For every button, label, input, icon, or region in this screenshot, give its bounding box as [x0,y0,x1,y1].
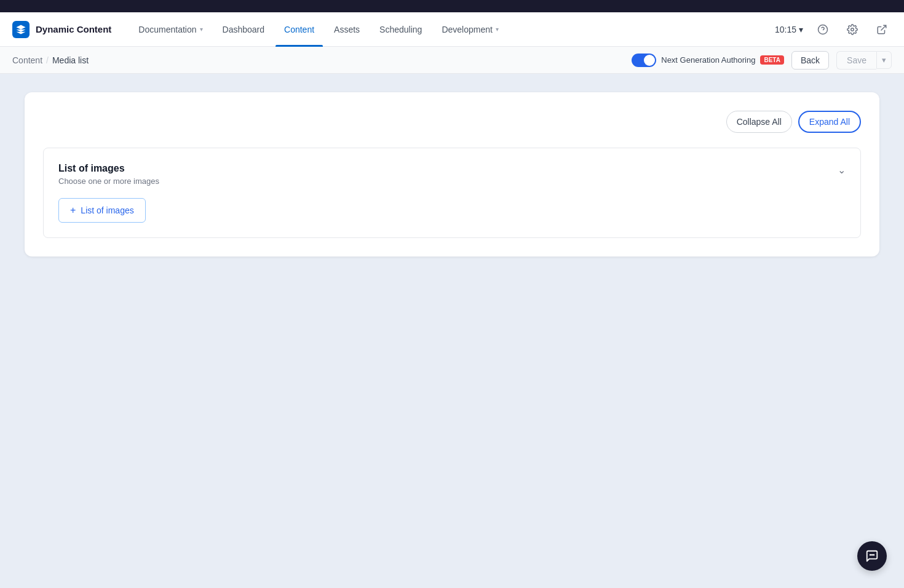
next-gen-toggle: Next Generation Authoring BETA [632,54,784,67]
breadcrumb-current: Media list [52,55,89,65]
section-header-text: List of images Choose one or more images [58,163,159,186]
nav-right: 10:15 ▾ [775,20,892,39]
content-card: Collapse All Expand All List of images C… [25,92,879,256]
nav-label-development: Development [442,25,493,34]
save-button-group: Save ▾ [836,51,892,70]
chat-button[interactable] [857,541,887,571]
section-title: List of images [58,163,159,174]
nav-item-documentation[interactable]: Documentation ▾ [130,20,211,39]
breadcrumb-separator: / [46,55,49,65]
beta-badge: BETA [760,55,783,65]
nav-label-content: Content [284,25,314,34]
breadcrumb-bar: Content / Media list Next Generation Aut… [0,47,904,74]
add-images-button-label: List of images [81,205,133,215]
development-chevron-icon: ▾ [496,26,499,33]
card-toolbar: Collapse All Expand All [43,111,861,133]
back-button[interactable]: Back [791,51,829,70]
nav-label-assets: Assets [334,25,360,34]
logo-icon [12,21,30,38]
time-display: 10:15 [775,25,796,34]
documentation-chevron-icon: ▾ [200,26,203,33]
section-header: List of images Choose one or more images… [58,163,846,186]
nav-item-development[interactable]: Development ▾ [433,20,507,39]
next-gen-toggle-switch[interactable] [632,54,656,67]
nav-items: Documentation ▾ Dashboard Content Assets… [130,20,775,39]
nav-label-scheduling: Scheduling [379,25,422,34]
logo-text: Dynamic Content [36,24,111,34]
breadcrumb-parent[interactable]: Content [12,55,42,65]
nav-time[interactable]: 10:15 ▾ [775,25,803,34]
nav-item-assets[interactable]: Assets [325,20,368,39]
time-chevron-icon: ▾ [799,25,803,34]
section-collapse-chevron-icon[interactable]: ⌄ [838,164,846,176]
nav-item-dashboard[interactable]: Dashboard [214,20,274,39]
logo[interactable]: Dynamic Content [12,21,111,38]
topbar [0,0,904,12]
breadcrumb-bar-right: Next Generation Authoring BETA Back Save… [632,51,892,70]
breadcrumb: Content / Media list [12,55,89,65]
save-button-chevron[interactable]: ▾ [876,51,892,69]
main-content: Collapse All Expand All List of images C… [0,74,904,588]
navbar: Dynamic Content Documentation ▾ Dashboar… [0,12,904,47]
plus-icon: + [70,205,76,216]
save-button[interactable]: Save [836,51,876,70]
export-button[interactable] [872,20,892,39]
nav-item-scheduling[interactable]: Scheduling [371,20,430,39]
nav-label-documentation: Documentation [138,25,196,34]
section-body: + List of images [58,198,846,223]
images-section: List of images Choose one or more images… [43,148,861,238]
svg-point-2 [851,28,854,31]
nav-item-content[interactable]: Content [276,20,323,39]
expand-all-button[interactable]: Expand All [798,111,861,133]
help-button[interactable] [813,20,833,39]
settings-button[interactable] [843,20,862,39]
next-gen-label: Next Generation Authoring [661,55,755,65]
add-images-button[interactable]: + List of images [58,198,146,223]
section-subtitle: Choose one or more images [58,177,159,186]
collapse-all-button[interactable]: Collapse All [726,111,792,133]
nav-label-dashboard: Dashboard [223,25,265,34]
